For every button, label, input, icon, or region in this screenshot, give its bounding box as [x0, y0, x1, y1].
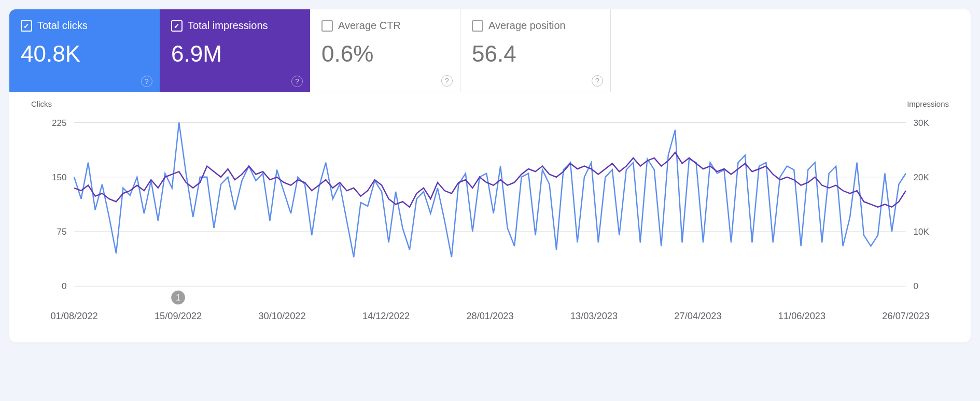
checkbox-unchecked-icon — [472, 20, 483, 32]
svg-text:20K: 20K — [914, 173, 930, 182]
svg-text:11/06/2023: 11/06/2023 — [778, 311, 825, 321]
metric-average-position[interactable]: Average position 56.4 ? — [460, 9, 611, 92]
svg-text:225: 225 — [52, 118, 66, 128]
metric-average-ctr[interactable]: Average CTR 0.6% ? — [310, 9, 460, 92]
chart-area: Clicks Impressions 22515075030K20K10K001… — [9, 92, 971, 342]
metric-label: Total clicks — [37, 20, 88, 32]
svg-text:01/08/2022: 01/08/2022 — [50, 311, 97, 321]
metric-label: Average position — [488, 20, 566, 32]
svg-text:0: 0 — [914, 281, 918, 291]
metric-value: 6.9M — [171, 41, 299, 67]
help-icon[interactable]: ? — [592, 75, 603, 87]
metric-value: 40.8K — [21, 41, 148, 67]
metric-label: Total impressions — [188, 20, 268, 32]
metric-label: Average CTR — [338, 20, 401, 32]
line-chart[interactable]: 22515075030K20K10K001/08/202215/09/20223… — [30, 104, 950, 330]
svg-text:26/07/2023: 26/07/2023 — [882, 311, 929, 321]
svg-text:14/12/2022: 14/12/2022 — [362, 311, 410, 321]
svg-text:27/04/2023: 27/04/2023 — [674, 311, 721, 321]
metric-value: 56.4 — [472, 41, 599, 67]
help-icon[interactable]: ? — [291, 76, 303, 87]
svg-text:13/03/2023: 13/03/2023 — [570, 311, 618, 321]
svg-text:28/01/2023: 28/01/2023 — [466, 311, 513, 321]
metric-tiles: Total clicks 40.8K ? Total impressions 6… — [9, 9, 971, 92]
svg-text:150: 150 — [52, 173, 66, 182]
svg-text:1: 1 — [176, 293, 180, 302]
svg-text:30/10/2022: 30/10/2022 — [258, 311, 305, 321]
y-axis-right-title: Impressions — [907, 99, 949, 108]
svg-text:10K: 10K — [914, 227, 930, 237]
svg-text:75: 75 — [57, 227, 67, 237]
svg-text:30K: 30K — [914, 118, 930, 128]
metric-total-impressions[interactable]: Total impressions 6.9M ? — [160, 9, 310, 92]
svg-text:0: 0 — [62, 281, 66, 291]
performance-card: Total clicks 40.8K ? Total impressions 6… — [9, 9, 971, 342]
checkbox-unchecked-icon — [321, 20, 333, 32]
help-icon[interactable]: ? — [141, 76, 152, 87]
help-icon[interactable]: ? — [441, 75, 453, 87]
checkbox-checked-icon — [171, 20, 183, 32]
svg-text:15/09/2022: 15/09/2022 — [155, 311, 202, 321]
checkbox-checked-icon — [21, 20, 32, 32]
metric-total-clicks[interactable]: Total clicks 40.8K ? — [9, 9, 160, 92]
y-axis-left-title: Clicks — [31, 99, 52, 108]
metric-value: 0.6% — [321, 41, 449, 67]
